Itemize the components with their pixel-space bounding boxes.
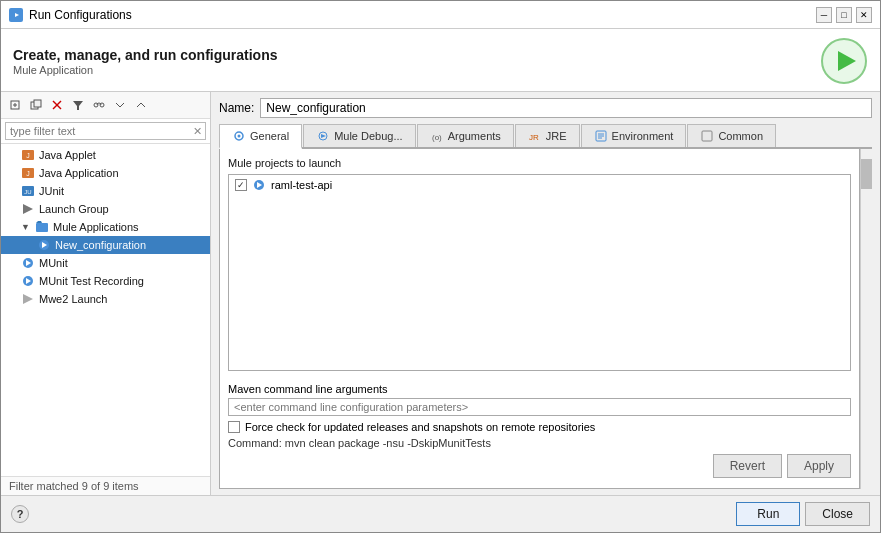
tree-item-label: Mwe2 Launch: [39, 293, 108, 305]
run-configurations-window: Run Configurations ─ □ ✕ Create, manage,…: [0, 0, 881, 533]
filter-button[interactable]: [68, 95, 88, 115]
search-input[interactable]: [5, 122, 206, 140]
main-content: ✕ J Java Applet J Java Application: [1, 92, 880, 495]
run-button[interactable]: Run: [736, 502, 800, 526]
env-tab-icon: [594, 129, 608, 143]
config-tree: J Java Applet J Java Application JU J: [1, 144, 210, 476]
left-panel: ✕ J Java Applet J Java Application: [1, 92, 211, 495]
close-window-button[interactable]: ✕: [856, 7, 872, 23]
tree-item-munit[interactable]: MUnit: [1, 254, 210, 272]
new-config-button[interactable]: [5, 95, 25, 115]
tab-common[interactable]: Common: [687, 124, 776, 147]
jre-tab-icon: JR: [528, 129, 542, 143]
expand-all-button[interactable]: [110, 95, 130, 115]
general-tab-icon: [232, 129, 246, 143]
search-clear-icon[interactable]: ✕: [193, 125, 202, 138]
tree-item-mwe2-launch[interactable]: Mwe2 Launch: [1, 290, 210, 308]
header-text: Create, manage, and run configurations M…: [13, 47, 278, 76]
window-title: Run Configurations: [29, 8, 132, 22]
left-toolbar: [1, 92, 210, 119]
svg-marker-37: [321, 134, 326, 138]
action-buttons: Revert Apply: [228, 449, 851, 480]
tree-item-label: Java Application: [39, 167, 119, 179]
tab-jre[interactable]: JR JRE: [515, 124, 580, 147]
command-label: Command:: [228, 437, 282, 449]
tab-environment-label: Environment: [612, 130, 674, 142]
svg-marker-33: [23, 294, 33, 304]
svg-point-35: [238, 135, 241, 138]
tree-item-label: Mule Applications: [53, 221, 139, 233]
tab-general[interactable]: General: [219, 124, 302, 149]
tab-jre-label: JRE: [546, 130, 567, 142]
maven-args-input[interactable]: [228, 398, 851, 416]
tab-content-wrapper: Mule projects to launch raml-test-api: [219, 149, 872, 489]
tree-item-label: Java Applet: [39, 149, 96, 161]
run-logo-icon: [820, 37, 868, 85]
bottom-left: ?: [11, 505, 29, 523]
project-name: raml-test-api: [271, 179, 332, 191]
minimize-button[interactable]: ─: [816, 7, 832, 23]
close-button[interactable]: Close: [805, 502, 870, 526]
mule-projects-label: Mule projects to launch: [228, 157, 851, 169]
svg-marker-26: [36, 221, 42, 223]
java-applet-icon: J: [21, 148, 35, 162]
delete-config-button[interactable]: [47, 95, 67, 115]
svg-rect-8: [34, 100, 41, 107]
search-bar: ✕: [1, 119, 210, 144]
tab-arguments[interactable]: (o) Arguments: [417, 124, 514, 147]
tab-mule-debug[interactable]: Mule Debug...: [303, 124, 415, 147]
mule-debug-tab-icon: [316, 129, 330, 143]
apply-button[interactable]: Apply: [787, 454, 851, 478]
tree-item-label: New_configuration: [55, 239, 146, 251]
header-subtitle: Mule Application: [13, 64, 278, 76]
config-tabs: General Mule Debug... (o) Arguments: [219, 124, 872, 149]
maven-label: Maven command line arguments: [228, 383, 851, 395]
launch-group-icon: [21, 202, 35, 216]
tree-item-launch-group[interactable]: Launch Group: [1, 200, 210, 218]
force-check-row: Force check for updated releases and sna…: [228, 421, 851, 433]
tree-item-label: JUnit: [39, 185, 64, 197]
project-checkbox[interactable]: [235, 179, 247, 191]
svg-rect-44: [702, 131, 712, 141]
tab-content-general: Mule projects to launch raml-test-api: [219, 149, 860, 489]
tab-arguments-label: Arguments: [448, 130, 501, 142]
tree-item-new-configuration[interactable]: New_configuration: [1, 236, 210, 254]
project-item-raml: raml-test-api: [229, 175, 850, 195]
svg-text:(o): (o): [432, 133, 442, 142]
svg-text:J: J: [26, 170, 30, 177]
tree-item-java-applet[interactable]: J Java Applet: [1, 146, 210, 164]
command-row: Command: mvn clean package -nsu -DskipMu…: [228, 437, 851, 449]
revert-button[interactable]: Revert: [713, 454, 782, 478]
common-tab-icon: [700, 129, 714, 143]
tree-item-munit-test-recording[interactable]: MUnit Test Recording: [1, 272, 210, 290]
tree-item-junit[interactable]: JU JUnit: [1, 182, 210, 200]
tree-item-label: Launch Group: [39, 203, 109, 215]
project-mule-icon: [252, 178, 266, 192]
svg-line-15: [120, 103, 124, 107]
tree-item-java-application[interactable]: J Java Application: [1, 164, 210, 182]
collapse-all-button[interactable]: [131, 95, 151, 115]
junit-icon: JU: [21, 184, 35, 198]
tab-general-label: General: [250, 130, 289, 142]
tree-item-label: MUnit: [39, 257, 68, 269]
force-check-checkbox[interactable]: [228, 421, 240, 433]
help-button[interactable]: ?: [11, 505, 29, 523]
right-scrollbar[interactable]: [860, 149, 872, 489]
link-button[interactable]: [89, 95, 109, 115]
maximize-button[interactable]: □: [836, 7, 852, 23]
munit-rec-icon: [21, 274, 35, 288]
right-panel: Name: General Mule Debug...: [211, 92, 880, 495]
bottom-right: Run Close: [736, 502, 870, 526]
tree-item-label: MUnit Test Recording: [39, 275, 144, 287]
args-tab-icon: (o): [430, 129, 444, 143]
svg-text:JR: JR: [529, 133, 539, 142]
mule-config-icon: [37, 238, 51, 252]
tree-item-mule-applications[interactable]: ▼ Mule Applications: [1, 218, 210, 236]
name-input[interactable]: [260, 98, 872, 118]
tab-environment[interactable]: Environment: [581, 124, 687, 147]
maven-section: Maven command line arguments Force check…: [228, 383, 851, 449]
mwe2-icon: [21, 292, 35, 306]
duplicate-config-button[interactable]: [26, 95, 46, 115]
tab-mule-debug-label: Mule Debug...: [334, 130, 402, 142]
munit-icon: [21, 256, 35, 270]
